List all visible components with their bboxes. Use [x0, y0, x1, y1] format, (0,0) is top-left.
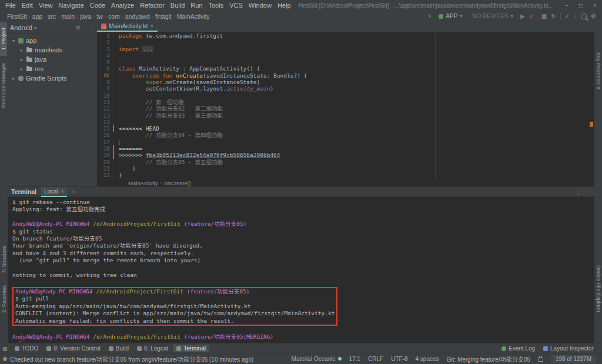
chevron-right-icon[interactable]: ▸: [19, 57, 24, 62]
line-number[interactable]: 1: [97, 32, 114, 39]
code-line-20[interactable]: 20 // 功能分支05 - 第五個功能: [97, 159, 594, 165]
code-line-14[interactable]: 14: [97, 119, 594, 125]
status-widget-line-separator[interactable]: CRLF: [368, 356, 383, 362]
menu-file[interactable]: File: [2, 2, 19, 9]
line-number[interactable]: 18: [97, 145, 114, 152]
code-line-3[interactable]: 3import ...: [97, 46, 594, 52]
tab-close-icon[interactable]: ×: [150, 23, 153, 29]
code-line-16[interactable]: 16 // 功能分支04 - 第四個功能: [97, 132, 594, 138]
code-line-5[interactable]: 5: [97, 59, 594, 65]
code-line-10[interactable]: 10: [97, 92, 594, 99]
status-widget-git-branch-widget[interactable]: Git: Merging feature/功能分支05: [447, 355, 530, 363]
line-number[interactable]: 11: [97, 99, 114, 105]
menu-window[interactable]: Window: [246, 2, 275, 9]
line-number[interactable]: 13: [97, 112, 114, 119]
terminal-tab-local[interactable]: Local ×: [41, 187, 67, 197]
commit-icon[interactable]: ✓: [565, 11, 570, 21]
code-line-21[interactable]: 21 }: [97, 165, 594, 172]
error-stripe-mark[interactable]: [590, 122, 593, 127]
tool-window-button-version-control[interactable]: 9: Version Control: [43, 345, 104, 352]
minimize-panel-icon[interactable]: −: [587, 189, 591, 195]
run-icon[interactable]: ▶: [520, 11, 525, 21]
line-number[interactable]: 15: [97, 125, 114, 132]
menu-refactor[interactable]: Refactor: [137, 2, 168, 9]
avd-manager-icon[interactable]: ▦: [541, 11, 547, 21]
status-widget-indent-style[interactable]: 4 spaces: [416, 356, 439, 362]
tree-item-app[interactable]: ▾app: [8, 36, 97, 45]
close-button[interactable]: ×: [588, 2, 602, 9]
line-number[interactable]: 20: [97, 159, 114, 165]
line-number[interactable]: 3: [97, 46, 114, 52]
tool-windows-toggle-icon[interactable]: ▦: [2, 346, 8, 352]
line-number[interactable]: 5: [97, 59, 114, 65]
minimize-button[interactable]: −: [560, 2, 574, 9]
menu-build[interactable]: Build: [168, 2, 188, 9]
code-line-17[interactable]: 17: [97, 139, 594, 145]
tool-button-favorites[interactable]: 2: Favorites: [1, 279, 8, 319]
tool-button-key-promoter-x[interactable]: Key Promoter X: [595, 46, 602, 96]
menu-view[interactable]: View: [36, 2, 56, 9]
tool-window-button-build[interactable]: Build: [105, 345, 132, 352]
code-line-19[interactable]: 19>>>>>>> fbe3b05213ec832e54a979f9cb5065…: [97, 152, 594, 158]
tree-item-gradle-scripts[interactable]: ▸Gradle Scripts: [8, 74, 97, 83]
collapse-all-icon[interactable]: −: [83, 25, 86, 31]
editor-breadcrumb-mainactivity[interactable]: MainActivity: [128, 180, 158, 186]
tool-button-resource-manager[interactable]: Resource Manager: [0, 57, 7, 114]
more-options-icon[interactable]: ⋮: [576, 189, 581, 195]
project-view-selector[interactable]: Android: [10, 24, 32, 31]
line-number[interactable]: 14: [97, 119, 114, 125]
tool-button-project[interactable]: 1: Project: [0, 22, 7, 56]
code-line-6[interactable]: 6class MainActivity : AppCompatActivity(…: [97, 65, 594, 72]
line-number[interactable]: 2: [97, 39, 114, 45]
override-icon[interactable]: [104, 74, 108, 77]
breadcrumb-src[interactable]: src: [46, 13, 57, 20]
maximize-button[interactable]: □: [574, 2, 588, 9]
editor-tab-mainactivity[interactable]: MainActivity.kt ×: [97, 21, 158, 32]
search-everywhere-icon[interactable]: [581, 14, 587, 19]
breadcrumb-java[interactable]: java: [79, 13, 92, 20]
chevron-down-icon[interactable]: ▾: [11, 38, 16, 44]
code-line-11[interactable]: 11 // 第一個功能: [97, 99, 594, 105]
breadcrumb-com[interactable]: com: [107, 13, 121, 20]
menu-code[interactable]: Code: [87, 2, 108, 9]
tree-item-res[interactable]: ▸res: [8, 64, 97, 74]
line-number[interactable]: 8: [97, 79, 114, 85]
line-number[interactable]: 4: [97, 52, 114, 59]
device-select[interactable]: NO DEVICES▾: [469, 12, 516, 20]
hide-panel-icon[interactable]: ⋮: [89, 25, 95, 31]
chevron-right-icon[interactable]: ▸: [11, 76, 16, 81]
tree-item-manifests[interactable]: ▸manifests: [8, 45, 97, 55]
line-number[interactable]: 10: [97, 92, 114, 99]
status-widget-theme-widget[interactable]: Material Oceanic: [292, 356, 342, 362]
line-number[interactable]: 7: [97, 72, 114, 79]
breadcrumb-firstgit[interactable]: firstgit: [154, 13, 173, 20]
breadcrumb-mainactivity[interactable]: MainActivity: [176, 13, 211, 20]
menu-tools[interactable]: Tools: [205, 2, 226, 9]
breadcrumb-andyawd[interactable]: andyawd: [124, 13, 151, 20]
apply-changes-icon[interactable]: ⚡: [427, 11, 432, 21]
update-project-icon[interactable]: ↓: [574, 11, 577, 21]
line-number[interactable]: 21: [97, 165, 114, 172]
tool-window-button-terminal[interactable]: Terminal: [173, 345, 209, 352]
status-widget-readonly-lock[interactable]: [538, 356, 543, 362]
menu-navigate[interactable]: Navigate: [55, 2, 86, 9]
menu-edit[interactable]: Edit: [19, 2, 36, 9]
line-number[interactable]: 9: [97, 85, 114, 92]
code-line-2[interactable]: 2: [97, 39, 594, 45]
settings-gear-icon[interactable]: ⚙: [76, 25, 81, 31]
breadcrumb-firstgit[interactable]: FirstGit: [6, 13, 28, 20]
status-widget-memory-indicator[interactable]: 198 of 1237M: [551, 355, 596, 363]
menu-analyze[interactable]: Analyze: [108, 2, 137, 9]
status-message[interactable]: Checked out new branch feature/功能分支05 fr…: [10, 355, 253, 363]
code-line-15[interactable]: 15<<<<<<< HEAD: [97, 125, 594, 132]
gradle-sync-icon[interactable]: ↻: [551, 11, 556, 21]
line-number[interactable]: 17: [97, 139, 114, 145]
tool-button-structure[interactable]: 7: Structure: [1, 240, 8, 279]
chevron-right-icon[interactable]: ▸: [19, 66, 24, 72]
terminal-tab-close-icon[interactable]: ×: [61, 188, 64, 195]
line-number[interactable]: 12: [97, 105, 114, 112]
new-terminal-session-button[interactable]: +: [72, 188, 75, 195]
run-configuration-select[interactable]: APP▾: [436, 12, 465, 20]
terminal-output[interactable]: $ git rebase --continueApplying: feat: 第…: [8, 197, 594, 342]
code-line-4[interactable]: 4: [97, 52, 594, 59]
